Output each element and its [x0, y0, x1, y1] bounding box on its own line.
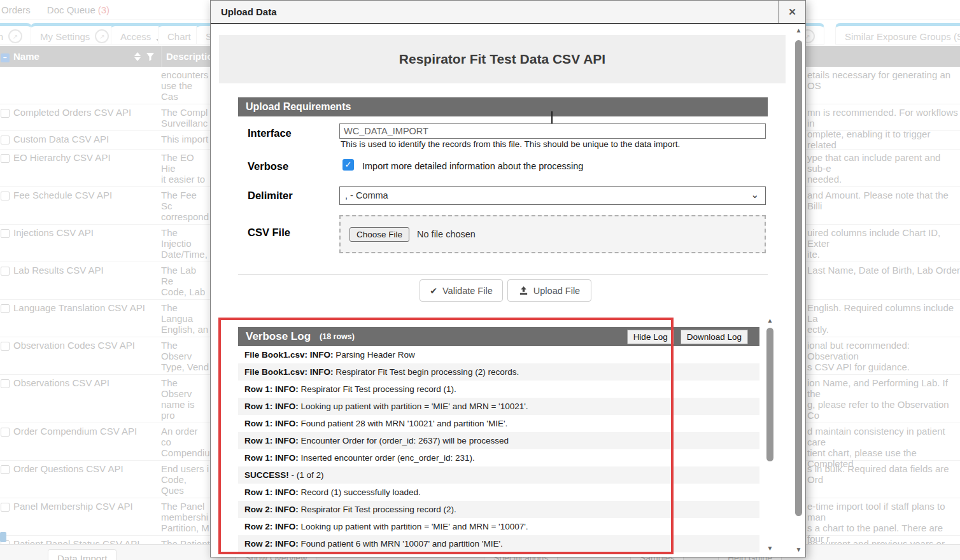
- chevron-down-icon: ⌄: [751, 186, 759, 203]
- tab-nin[interactable]: nin↗: [0, 23, 32, 45]
- sort-desc-icon: [134, 57, 141, 61]
- modal-scrollbar-thumb[interactable]: [795, 40, 802, 516]
- row-name: Observations CSV API: [11, 377, 161, 421]
- validate-file-button[interactable]: ✔ Validate File: [420, 279, 503, 302]
- row-name: Observation Codes CSV API: [11, 340, 161, 372]
- sort-asc-icon: [134, 52, 141, 56]
- row-description-right-fragment: and Amount. Please note that the Billi: [807, 190, 960, 211]
- filter-icon[interactable]: [146, 52, 155, 61]
- row-checkbox[interactable]: [1, 192, 10, 200]
- row-checkbox-cell: [0, 152, 11, 185]
- delimiter-select[interactable]: , - Comma ⌄: [339, 186, 766, 205]
- choose-file-button[interactable]: Choose File: [349, 227, 409, 242]
- row-description-left-fragment: The Observ Type, Vend: [161, 340, 210, 372]
- row-checkbox-cell: [0, 107, 11, 129]
- log-prefix: Row 1: INFO:: [244, 402, 299, 411]
- row-description-left-fragment: The EO Hie it easier to: [161, 152, 210, 185]
- row-checkbox-cell: [0, 190, 11, 222]
- row-checkbox[interactable]: [1, 109, 10, 118]
- row-name: Language Translation CSV API: [11, 302, 161, 335]
- row-description-left-fragment: An order co Compendiu: [161, 426, 210, 458]
- row-checkbox[interactable]: [1, 267, 10, 276]
- download-log-button[interactable]: Download Log: [681, 330, 748, 344]
- verbose-log-title: Verbose Log: [238, 330, 311, 343]
- row-description-left-fragment: The Fee Sc correspond: [161, 190, 210, 222]
- csv-file-dropzone[interactable]: Choose File No file chosen: [339, 215, 766, 253]
- row-description-right-fragment: uired columns include Chart ID, Exter it…: [807, 227, 960, 260]
- log-row: Row 1: INFO: Encounter Order for (order_…: [238, 432, 759, 449]
- log-prefix: SUCCESS!: [244, 470, 289, 480]
- row-description-left-fragment: The Panel membershi Partition, M: [161, 501, 210, 533]
- scroll-down-icon[interactable]: ▼: [767, 544, 773, 553]
- verbose-label: Verbose: [248, 160, 288, 172]
- row-checkbox-cell: [0, 134, 11, 147]
- tab-label: nin: [0, 31, 3, 42]
- row-checkbox-cell: [0, 501, 11, 533]
- scroll-up-icon[interactable]: ▲: [767, 316, 773, 325]
- log-prefix: Row 1: INFO:: [244, 487, 299, 497]
- close-button[interactable]: ✕: [779, 1, 805, 23]
- row-name: [11, 69, 161, 102]
- row-checkbox-cell: [0, 69, 11, 102]
- row-description-right-fragment: ion Name, and Performing Lab. If the g, …: [807, 377, 960, 421]
- scroll-down-icon[interactable]: ▼: [796, 545, 802, 554]
- screen: OrdersDoc Queue(3) nin↗My Settings↗Acces…: [0, 0, 960, 560]
- row-name: EO Hierarchy CSV API: [11, 152, 161, 185]
- row-description-left-fragment: The Langua English, an: [161, 302, 210, 335]
- row-checkbox[interactable]: [1, 342, 10, 351]
- text-cursor-artifact: [551, 111, 553, 123]
- tab-label: Chart: [167, 31, 191, 42]
- row-name: Custom Data CSV API: [11, 134, 161, 147]
- upload-file-button[interactable]: Upload File: [507, 279, 591, 302]
- log-row: File Book1.csv: INFO: Parsing Header Row: [238, 346, 759, 363]
- log-prefix: Row 1: INFO:: [244, 384, 299, 394]
- sort-icon[interactable]: [134, 52, 141, 61]
- row-checkbox-cell: [0, 265, 11, 297]
- scroll-up-icon[interactable]: ▲: [796, 26, 802, 35]
- row-name: Panel Membership CSV API: [11, 501, 161, 533]
- row-checkbox[interactable]: [1, 428, 10, 437]
- modal-scrollbar: ▲ ▼: [794, 26, 803, 556]
- select-all-checkbox[interactable]: −: [1, 53, 10, 62]
- row-checkbox-cell: [0, 340, 11, 372]
- row-checkbox[interactable]: [1, 503, 10, 512]
- row-checkbox[interactable]: [1, 136, 10, 144]
- row-checkbox[interactable]: [1, 229, 10, 238]
- nav-item-doc-queue[interactable]: Doc Queue(3): [47, 4, 109, 15]
- verbose-checkbox[interactable]: ✓: [342, 159, 354, 171]
- interface-help-text: This is used to identify the records fro…: [341, 139, 680, 149]
- log-prefix: Row 1: INFO:: [244, 436, 299, 445]
- log-row: Row 2: INFO: Respirator Fit Test process…: [238, 501, 759, 518]
- log-scrollbar-thumb[interactable]: [766, 328, 773, 461]
- row-checkbox[interactable]: [1, 154, 10, 163]
- row-description-right-fragment: ional but recommended: Observation s CSV…: [807, 340, 960, 372]
- api-title-banner: Respirator Fit Test Data CSV API: [219, 35, 786, 83]
- add-row-chip[interactable]: [0, 532, 6, 542]
- verbose-description: Import more detailed information about t…: [362, 161, 583, 171]
- hide-log-button[interactable]: Hide Log: [627, 330, 674, 344]
- row-description-right-fragment: e-time import tool if staff plans to man…: [807, 501, 960, 544]
- row-description-left-fragment: End users i Code, Ques: [161, 463, 210, 496]
- tab-my-settings[interactable]: My Settings↗: [31, 23, 118, 45]
- modal-title: Upload Data: [211, 6, 277, 17]
- tab-data-import[interactable]: Data Import: [48, 549, 116, 560]
- log-row: SUCCESS! - (1 of 2): [238, 466, 759, 484]
- column-header-name[interactable]: Name: [11, 51, 161, 62]
- log-row: File Book1.csv: INFO: Respirator Fit Tes…: [238, 363, 759, 381]
- row-description-right-fragment: Last Name, Date of Birth, Lab Order: [807, 265, 960, 276]
- row-checkbox-cell: [0, 302, 11, 335]
- upload-requirements-header: Upload Requirements: [238, 97, 768, 116]
- tab-similar-exposure-groups-seg[interactable]: Similar Exposure Groups (SEG: [835, 23, 960, 45]
- log-prefix: File Book1.csv: INFO:: [244, 367, 334, 377]
- nav-item-orders[interactable]: Orders: [1, 4, 31, 15]
- row-checkbox[interactable]: [1, 379, 10, 388]
- row-checkbox[interactable]: [1, 304, 10, 313]
- interface-input[interactable]: [339, 123, 766, 139]
- column-header-icons: [134, 52, 161, 61]
- column-name-label: Name: [13, 51, 39, 62]
- row-description-left-fragment: The Lab Re Code, Lab: [161, 265, 210, 297]
- tab-label: My Settings: [40, 31, 90, 42]
- external-link-icon: ↗: [8, 29, 22, 43]
- verbose-log-count: (18 rows): [320, 332, 355, 341]
- row-checkbox[interactable]: [1, 465, 10, 474]
